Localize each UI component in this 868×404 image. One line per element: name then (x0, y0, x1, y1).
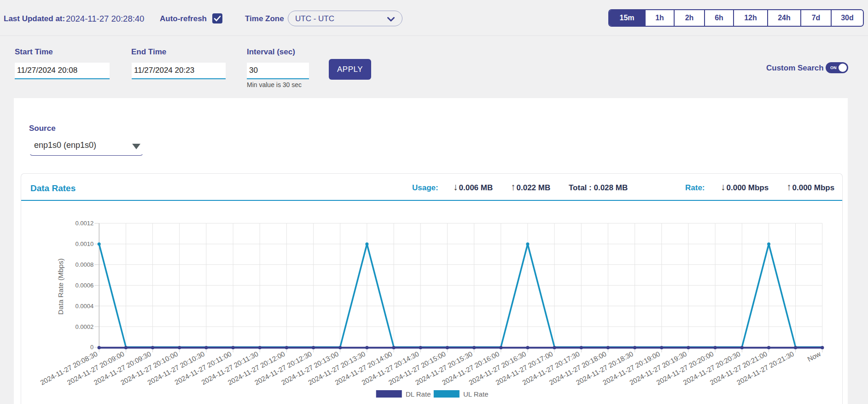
svg-text:0.0004: 0.0004 (75, 303, 93, 310)
svg-text:UL Rate: UL Rate (463, 390, 488, 398)
svg-text:0.0006: 0.0006 (75, 282, 93, 289)
svg-text:0.0012: 0.0012 (75, 220, 93, 227)
svg-text:0: 0 (90, 344, 93, 351)
svg-text:0.0002: 0.0002 (75, 323, 93, 330)
svg-text:0.0010: 0.0010 (75, 240, 93, 247)
svg-text:DL Rate: DL Rate (406, 390, 431, 398)
svg-text:0.0008: 0.0008 (75, 261, 93, 268)
svg-text:Data Rate (Mbps): Data Rate (Mbps) (57, 258, 64, 315)
svg-text:Now: Now (806, 350, 822, 363)
